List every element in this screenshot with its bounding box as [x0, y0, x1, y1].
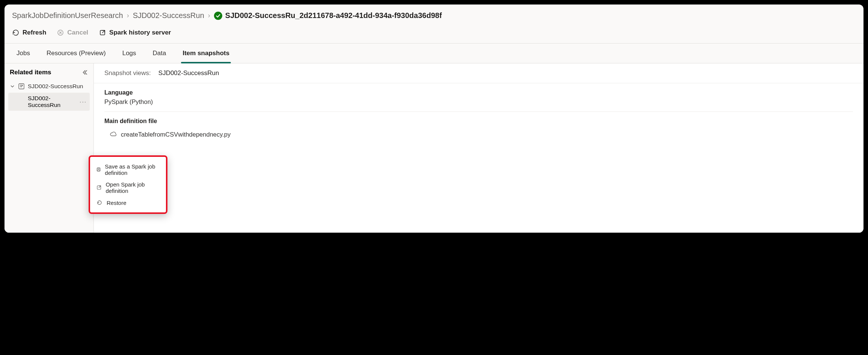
save-icon [96, 166, 101, 173]
tab-logs[interactable]: Logs [121, 44, 138, 63]
spark-history-button[interactable]: Spark history server [99, 29, 171, 36]
breadcrumb-level1[interactable]: SparkJobDefinitionUserResearch [12, 11, 123, 20]
svg-line-12 [99, 186, 101, 188]
app-window: SparkJobDefinitionUserResearch › SJD002-… [5, 5, 863, 233]
snapshot-views-row: Snapshot views: SJD002-SuccessRun [94, 63, 863, 83]
main-file-block: Main definition file [94, 112, 863, 127]
tab-resources[interactable]: Resources (Preview) [45, 44, 107, 63]
snapshot-detail: Snapshot views: SJD002-SuccessRun Langua… [94, 63, 863, 233]
main-file-value: createTablefromCSVwithdependnecy.py [121, 131, 231, 138]
refresh-icon [12, 29, 20, 36]
svg-rect-5 [19, 84, 24, 89]
menu-save-as-label: Save as a Spark job definition [105, 163, 160, 176]
svg-rect-10 [98, 170, 99, 171]
refresh-label: Refresh [23, 29, 46, 36]
svg-rect-8 [97, 168, 100, 171]
restore-icon [96, 199, 103, 206]
breadcrumb-current: SJD002-SuccessRu_2d211678-a492-41dd-934a… [214, 11, 442, 20]
open-external-icon [99, 29, 106, 36]
breadcrumb-separator: › [127, 12, 129, 20]
breadcrumb-level2[interactable]: SJD002-SuccessRun [133, 11, 204, 20]
cloud-file-icon [110, 131, 117, 138]
tab-item-snapshots[interactable]: Item snapshots [181, 44, 231, 63]
related-items-title: Related items [10, 69, 51, 76]
breadcrumb-separator: › [208, 12, 210, 20]
open-external-icon [96, 184, 102, 191]
job-definition-parent-icon [18, 83, 25, 90]
spark-history-label: Spark history server [109, 29, 171, 36]
svg-rect-9 [98, 168, 99, 169]
toolbar: Refresh Cancel Spark history server [5, 24, 863, 44]
refresh-button[interactable]: Refresh [12, 29, 46, 36]
menu-restore[interactable]: Restore [94, 197, 162, 209]
cancel-icon [57, 29, 64, 36]
sidepane-header: Related items [7, 69, 91, 81]
collapse-pane-button[interactable] [81, 69, 88, 76]
success-status-icon [214, 12, 222, 20]
tab-jobs[interactable]: Jobs [15, 44, 32, 63]
breadcrumb: SparkJobDefinitionUserResearch › SJD002-… [5, 5, 863, 24]
cancel-button: Cancel [57, 29, 88, 36]
menu-save-as[interactable]: Save as a Spark job definition [94, 161, 162, 179]
chevron-down-icon [10, 84, 15, 89]
language-value: PySpark (Python) [104, 98, 853, 105]
context-menu: Save as a Spark job definition Open Spar… [89, 155, 167, 214]
menu-open[interactable]: Open Spark job definition [94, 179, 162, 197]
tree-parent-label: SJD002-SuccessRun [28, 83, 83, 90]
tree-child-label: SJD002-SuccessRun [28, 95, 80, 108]
main-file-row: createTablefromCSVwithdependnecy.py [94, 127, 863, 138]
related-items-pane: Related items SJD002-SuccessRun [5, 63, 94, 233]
tab-data[interactable]: Data [151, 44, 168, 63]
language-label: Language [104, 89, 853, 96]
tree-child-item[interactable]: SJD002-SuccessRun ··· [8, 93, 90, 111]
snapshot-views-value: SJD002-SuccessRun [158, 69, 219, 77]
menu-restore-label: Restore [107, 200, 127, 206]
main-file-label: Main definition file [104, 118, 853, 125]
breadcrumb-current-text: SJD002-SuccessRu_2d211678-a492-41dd-934a… [225, 11, 442, 20]
menu-open-label: Open Spark job definition [105, 181, 160, 194]
language-block: Language PySpark (Python) [94, 83, 863, 106]
snapshot-views-label: Snapshot views: [104, 69, 151, 77]
svg-line-4 [102, 30, 105, 33]
more-options-button[interactable]: ··· [80, 98, 88, 105]
cancel-label: Cancel [67, 29, 88, 36]
content-area: Related items SJD002-SuccessRun [5, 63, 863, 233]
tab-bar: Jobs Resources (Preview) Logs Data Item … [5, 44, 863, 63]
tree-parent-item[interactable]: SJD002-SuccessRun [7, 81, 91, 92]
